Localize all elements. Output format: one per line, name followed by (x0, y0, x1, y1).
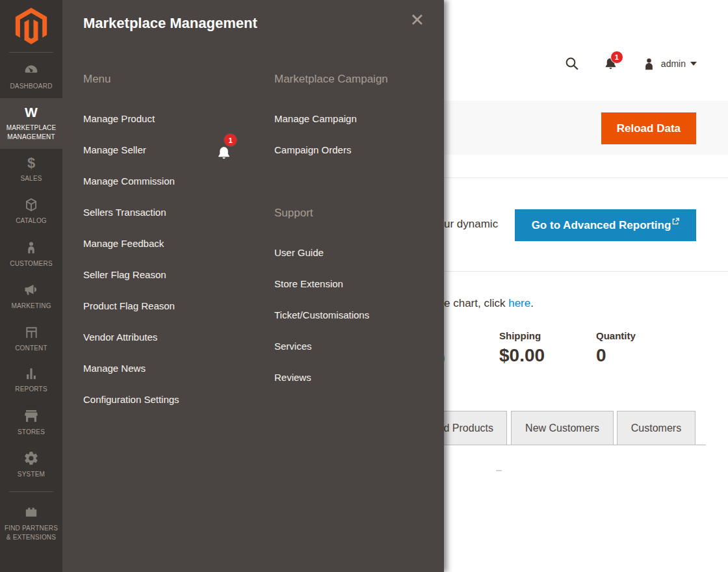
menu-item-configuration-settings[interactable]: Configuration Settings (83, 384, 259, 415)
menu-item-manage-product[interactable]: Manage Product (83, 103, 259, 134)
sidebar-item-catalog[interactable]: CATALOG (0, 190, 62, 233)
sidebar: DASHBOARD W MARKETPLACE MANAGEMENT $ SAL… (0, 0, 62, 572)
sidebar-item-marketing[interactable]: MARKETING (0, 275, 62, 318)
menu-item-vendor-attributes[interactable]: Vendor Attributes (83, 321, 259, 352)
sidebar-divider (9, 491, 53, 492)
quantity-stat-value: 0 (596, 345, 636, 366)
support-column-heading: Support (274, 207, 450, 220)
sidebar-item-content[interactable]: CONTENT (0, 318, 62, 360)
menu-item-seller-flag-reason[interactable]: Seller Flag Reason (83, 259, 259, 290)
seller-notification-badge: 1 (224, 133, 237, 147)
sidebar-item-dashboard[interactable]: DASHBOARD (0, 55, 62, 98)
sidebar-item-sales[interactable]: $ SALES (0, 149, 62, 190)
banner-text-fragment: ur dynamic (444, 218, 498, 231)
content-icon (24, 325, 39, 340)
sidebar-item-find-partners[interactable]: FIND PARTNERS & EXTENSIONS (0, 497, 62, 549)
sales-icon: $ (27, 156, 35, 170)
system-icon (23, 450, 39, 466)
flyout-support-column: Support User Guide Store Extension Ticke… (274, 207, 450, 393)
chart-enable-link[interactable]: here (508, 297, 530, 309)
username-label: admin (661, 58, 686, 69)
external-link-icon (672, 218, 679, 225)
catalog-icon (23, 197, 39, 213)
shipping-stat: Shipping $0.00 (499, 330, 545, 366)
sidebar-item-marketplace-management[interactable]: W MARKETPLACE MANAGEMENT (0, 98, 62, 149)
close-icon[interactable]: ✕ (410, 12, 424, 29)
page-title-strip: Reload Data (444, 101, 728, 155)
sidebar-item-stores[interactable]: STORES (0, 401, 62, 444)
menu-item-product-flag-reason[interactable]: Product Flag Reason (83, 290, 259, 321)
reload-data-button[interactable]: Reload Data (601, 112, 696, 144)
marketing-icon (23, 282, 39, 298)
flyout-title: Marketplace Management (83, 15, 257, 32)
menu-item-manage-commission[interactable]: Manage Commission (83, 165, 259, 196)
menu-item-services[interactable]: Services (274, 330, 450, 361)
advanced-reporting-banner: ur dynamic Go to Advanced Reporting (444, 177, 728, 272)
stores-icon (23, 408, 39, 424)
notifications-bell-icon[interactable]: 1 (603, 57, 618, 72)
marketplace-management-flyout: Marketplace Management ✕ Menu Manage Pro… (62, 0, 444, 572)
dashboard-icon (23, 62, 39, 78)
customers-icon (24, 240, 38, 255)
menu-item-store-extension[interactable]: Store Extension (274, 268, 450, 299)
dashboard-content: 1 admin Reload Data ur dynamic Go to Adv… (444, 0, 728, 572)
tab-products[interactable]: d Products (444, 411, 507, 445)
menu-item-sellers-transaction[interactable]: Sellers Transaction (83, 196, 259, 228)
admin-header: 1 admin (564, 56, 697, 72)
advanced-reporting-label: Go to Advanced Reporting (532, 219, 671, 232)
menu-item-reviews[interactable]: Reviews (274, 361, 450, 393)
shipping-stat-label: Shipping (499, 330, 545, 341)
tab-new-customers[interactable]: New Customers (511, 411, 614, 445)
menu-item-ticket-customisations[interactable]: Ticket/Customisations (274, 299, 450, 330)
admin-user-menu[interactable]: admin (642, 57, 697, 72)
magento-logo[interactable] (0, 0, 62, 47)
magento-logo-icon (15, 8, 47, 46)
sidebar-divider (9, 52, 53, 53)
chart-message-period: . (530, 297, 534, 309)
quantity-stat-label: Quantity (596, 330, 636, 341)
menu-item-manage-news[interactable]: Manage News (83, 352, 259, 384)
menu-item-manage-feedback[interactable]: Manage Feedback (83, 228, 259, 259)
seller-notification-bell-icon[interactable] (216, 145, 232, 162)
shipping-stat-value: $0.00 (499, 345, 545, 366)
flyout-campaign-column: Marketplace Campaign Manage Campaign Cam… (274, 73, 450, 165)
flyout-menu-column: Menu Manage Product Manage Seller Manage… (83, 73, 259, 415)
menu-item-campaign-orders[interactable]: Campaign Orders (274, 134, 450, 165)
reports-icon (24, 367, 38, 381)
tab-customers[interactable]: Customers (617, 411, 696, 445)
chart-disabled-message: e chart, click here. (444, 297, 534, 310)
user-avatar-icon (642, 57, 656, 72)
sidebar-item-customers[interactable]: CUSTOMERS (0, 233, 62, 276)
notification-count-badge[interactable]: 1 (610, 51, 623, 64)
quantity-stat: Quantity 0 (596, 330, 636, 366)
sidebar-item-system[interactable]: SYSTEM (0, 443, 62, 486)
campaign-column-heading: Marketplace Campaign (274, 73, 450, 86)
menu-column-heading: Menu (83, 73, 259, 86)
marketplace-icon: W (25, 105, 38, 120)
chart-message-fragment: e chart, click (444, 297, 508, 309)
menu-item-manage-campaign[interactable]: Manage Campaign (274, 103, 450, 134)
sidebar-item-reports[interactable]: REPORTS (0, 359, 62, 401)
menu-item-user-guide[interactable]: User Guide (274, 237, 450, 268)
chevron-down-icon (690, 62, 697, 66)
go-to-advanced-reporting-button[interactable]: Go to Advanced Reporting (515, 209, 696, 241)
partners-icon (23, 504, 39, 520)
search-icon[interactable] (564, 56, 580, 72)
table-placeholder-dash (496, 470, 502, 471)
